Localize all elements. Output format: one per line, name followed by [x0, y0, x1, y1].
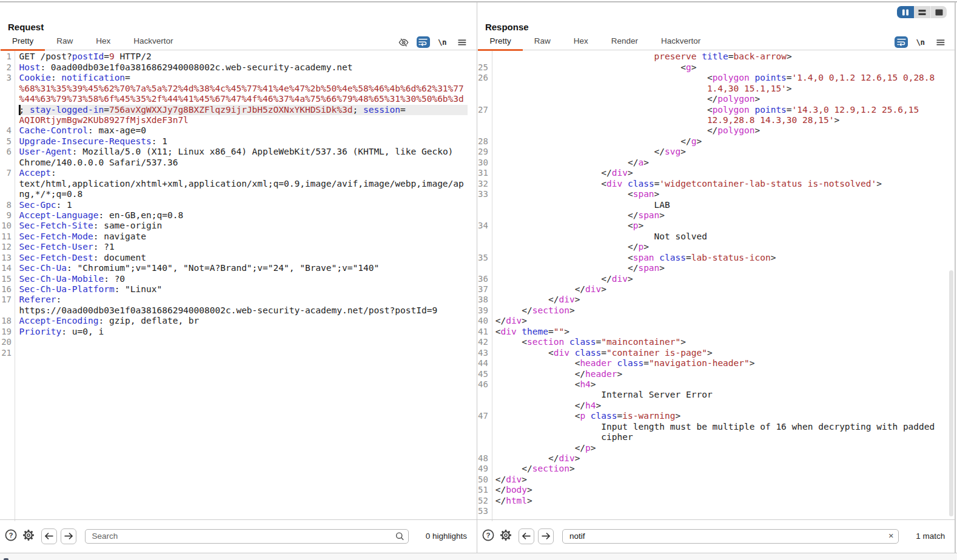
code-text: </polygon> [492, 94, 761, 104]
code-text: </div> [492, 274, 633, 284]
request-menu-icon[interactable] [458, 36, 466, 49]
code-row: 43 <div class="container is-page"> [477, 348, 955, 358]
word-wrap-toggle[interactable] [417, 36, 430, 49]
response-tab-hackvertor[interactable]: Hackvertor [650, 32, 712, 50]
response-menu-icon[interactable] [936, 36, 945, 49]
line-number: 2 [0, 62, 15, 73]
response-title: Response [485, 22, 529, 32]
code-row: 10Sec-Fetch-Site: same-origin [0, 221, 477, 231]
line-number: 26 [477, 73, 491, 83]
code-row: 9Accept-Language: en-GB,en;q=0.8 [0, 210, 477, 221]
line-number: 38 [477, 295, 491, 305]
code-text: </section> [492, 305, 575, 316]
code-text: </polygon> [492, 125, 761, 136]
layout-columns-button[interactable] [897, 6, 913, 18]
code-text: Not solved [492, 232, 707, 242]
code-text: <p class=is-warning> [492, 411, 681, 421]
line-number: 10 [0, 221, 15, 231]
line-number [477, 443, 491, 453]
response-tab-raw[interactable]: Raw [523, 32, 562, 50]
line-number: 27 [477, 105, 491, 115]
request-search-prev-button[interactable] [41, 528, 57, 544]
request-editor[interactable]: 1GET /post?postId=9 HTTP/22Host: 0aad00d… [0, 51, 477, 521]
code-row: </span> [477, 210, 955, 221]
response-search-box: × [562, 529, 899, 544]
code-text: Sec-Gpc: 1 [15, 200, 72, 210]
request-tab-pretty[interactable]: Pretty [1, 32, 45, 50]
response-tab-render[interactable]: Render [600, 32, 650, 50]
response-search-prev-button[interactable] [519, 528, 534, 544]
line-number: 53 [477, 506, 491, 516]
request-search-box [85, 529, 409, 544]
request-search-next-button[interactable] [61, 528, 76, 544]
code-row: 31 </div> [477, 168, 955, 178]
code-text: <p> [492, 221, 643, 231]
response-word-wrap-toggle[interactable] [895, 36, 908, 49]
code-text: <div class='widgetcontainer-lab-status i… [492, 179, 882, 189]
request-tab-raw[interactable]: Raw [45, 32, 84, 50]
response-search-help-icon[interactable]: ? [482, 529, 494, 544]
newline-chars-icon[interactable]: \n [438, 36, 446, 49]
code-row: 13Sec-Fetch-Dest: document [0, 253, 477, 263]
code-row: 49 </section> [477, 464, 955, 474]
code-text: Sec-Ch-Ua-Platform: "Linux" [15, 284, 162, 295]
code-text: User-Agent: Mozilla/5.0 (X11; Linux x86_… [15, 147, 453, 157]
line-number [477, 52, 491, 62]
request-search-status: 0 highlights [426, 532, 467, 541]
response-search-input[interactable] [562, 529, 899, 544]
code-row: 17Referer: [0, 295, 477, 305]
code-text: AQIORtjymBgw2KUb8927fMjsXdeF3n7l [15, 115, 189, 125]
layout-single-button[interactable] [930, 6, 947, 18]
line-number: 21 [0, 348, 15, 358]
code-row: </span> [477, 263, 955, 273]
response-search-settings-icon[interactable] [500, 529, 512, 544]
code-row: text/html,application/xhtml+xml,applicat… [0, 179, 477, 189]
request-tab-hex[interactable]: Hex [84, 32, 122, 50]
eye-off-icon[interactable] [398, 36, 409, 49]
response-newline-chars-icon[interactable]: \n [916, 36, 924, 49]
code-text: <g> [492, 62, 697, 73]
code-row: 14Sec-Ch-Ua: "Chromium";v="140", "Not=A?… [0, 263, 477, 273]
code-row: 37 </div> [477, 284, 955, 295]
request-search-magnifier-icon [395, 532, 405, 541]
response-search-status: 1 match [916, 532, 945, 541]
response-editor[interactable]: preserve title=back-arrow>25 <g>26 <poly… [477, 51, 955, 521]
line-number: 41 [477, 327, 491, 337]
line-number: 49 [477, 464, 491, 474]
code-row: 8Sec-Gpc: 1 [0, 200, 477, 210]
code-row: </polygon> [477, 94, 955, 104]
line-number: 15 [0, 274, 15, 284]
code-row: 1.4,30 15.1,15'> [477, 84, 955, 94]
line-number [477, 125, 491, 136]
line-number: 28 [477, 136, 491, 147]
code-row: 41<div theme=""> [477, 327, 955, 337]
request-search-help-icon[interactable]: ? [5, 529, 17, 544]
code-text: Accept-Language: en-GB,en;q=0.8 [15, 210, 183, 221]
layout-rows-button[interactable] [914, 6, 930, 18]
response-tab-pretty[interactable]: Pretty [478, 32, 522, 50]
line-number: 20 [0, 337, 15, 347]
code-row: 16Sec-Ch-Ua-Platform: "Linux" [0, 284, 477, 295]
response-search-next-button[interactable] [538, 528, 554, 544]
code-row: 32 <div class='widgetcontainer-lab-statu… [477, 179, 955, 189]
code-row: 47 <p class=is-warning> [477, 411, 955, 421]
request-search-settings-icon[interactable] [22, 529, 35, 544]
code-text: Upgrade-Insecure-Requests: 1 [15, 136, 167, 147]
code-row: %68%31%35%39%45%62%70%7a%5a%72%4d%38%4c%… [0, 84, 477, 94]
response-search-clear-icon[interactable]: × [888, 532, 893, 541]
request-tab-hackvertor[interactable]: Hackvertor [122, 32, 184, 50]
code-row: </p> [477, 443, 955, 453]
request-search-input[interactable] [85, 529, 409, 544]
code-row: 35 <span class=lab-status-icon> [477, 253, 955, 263]
line-number: 7 [0, 168, 15, 178]
code-text: </g> [492, 136, 702, 147]
response-tab-hex[interactable]: Hex [562, 32, 600, 50]
code-text: </header> [492, 369, 623, 379]
code-text: </h4> [492, 401, 602, 411]
code-text: </section> [492, 464, 575, 474]
code-text: ng,*/*;q=0.8 [15, 189, 82, 199]
code-text: Chrome/140.0.0.0 Safari/537.36 [15, 158, 178, 168]
code-row: 1GET /post?postId=9 HTTP/2 [0, 52, 477, 62]
code-row: 4Cache-Control: max-age=0 [0, 125, 477, 136]
code-row: </h4> [477, 401, 955, 411]
